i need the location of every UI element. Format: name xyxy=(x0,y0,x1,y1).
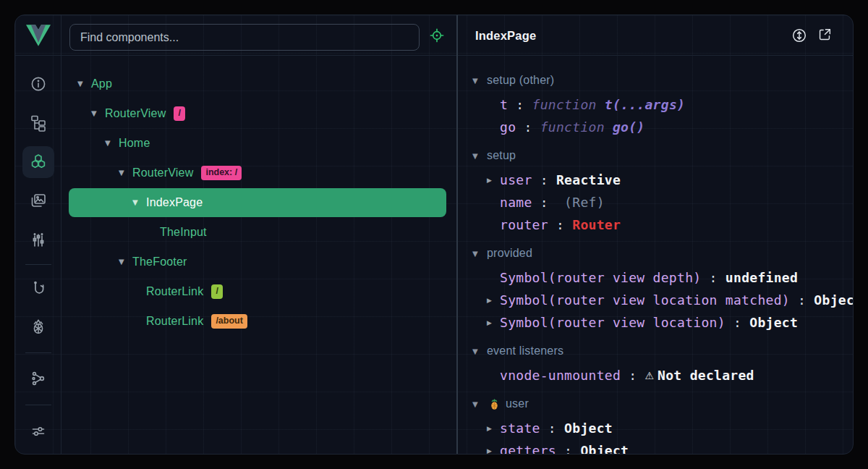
state-value: Object xyxy=(749,315,798,330)
vue-logo xyxy=(15,15,61,56)
route-badge: /about xyxy=(211,314,247,329)
caret-down-icon: ▼ xyxy=(472,400,487,408)
colon-separator: : xyxy=(726,315,749,330)
inspector-section: ▼event listenersvnode-unmounted : ⚠ Not … xyxy=(458,338,853,386)
section-header[interactable]: ▼provided xyxy=(458,240,853,266)
caret-down-icon[interactable]: ▼ xyxy=(119,159,132,187)
caret-down-icon[interactable]: ▼ xyxy=(77,69,91,98)
sidebar-tab-graph[interactable] xyxy=(22,363,54,394)
caret-right-icon[interactable]: ▶ xyxy=(487,177,500,184)
pinia-store-icon xyxy=(488,398,503,410)
state-key: name xyxy=(500,195,532,210)
info-icon xyxy=(30,75,47,93)
state-value: function xyxy=(532,97,605,112)
sidebar-tab-pages[interactable] xyxy=(22,107,54,139)
inspect-dom-button[interactable] xyxy=(429,28,445,43)
colon-separator: : xyxy=(516,119,540,135)
caret-right-icon[interactable]: ▶ xyxy=(487,425,500,432)
state-value: go() xyxy=(613,119,645,135)
caret-down-icon[interactable]: ▼ xyxy=(119,248,132,276)
state-row[interactable]: vnode-unmounted : ⚠ Not declared xyxy=(458,364,853,386)
tree-row[interactable]: RouterLink/ xyxy=(69,277,446,306)
colon-separator: : xyxy=(548,217,572,232)
sidebar-tab-pinia[interactable] xyxy=(22,310,54,342)
state-row[interactable]: ▶getters : Object xyxy=(458,439,853,454)
search-input[interactable] xyxy=(69,24,420,51)
state-key: getters xyxy=(500,443,556,454)
sidebar-tab-overview[interactable] xyxy=(22,68,54,100)
settings-sliders-icon xyxy=(30,423,47,440)
tree-indent xyxy=(69,321,132,322)
section-title: provided xyxy=(487,247,532,260)
state-row[interactable]: ▶user : Reactive xyxy=(458,169,853,191)
components-hexagons-icon xyxy=(30,153,47,171)
target-crosshair-icon xyxy=(429,28,445,43)
state-value: function xyxy=(540,119,613,135)
tree-row[interactable]: ▼RouterView/ xyxy=(69,99,446,128)
sidebar-divider xyxy=(25,352,51,353)
tree-row[interactable]: RouterLink/about xyxy=(69,307,446,336)
tree-row[interactable]: ▼TheFooter xyxy=(69,248,446,276)
inspector-sections: ▼setup (other)t : function t(...args)go … xyxy=(458,56,853,454)
component-name: RouterView xyxy=(105,99,166,128)
section-title: setup xyxy=(487,149,516,162)
open-in-editor-button[interactable] xyxy=(817,27,834,44)
sidebar-divider xyxy=(25,264,51,265)
router-hook-icon xyxy=(30,280,47,297)
tree-row[interactable]: ▼RouterViewindex: / xyxy=(69,159,446,187)
tree-indent xyxy=(69,114,91,114)
section-header[interactable]: ▼user xyxy=(458,391,853,417)
scroll-to-icon xyxy=(791,27,808,44)
warning-icon: ⚠ xyxy=(644,370,658,381)
component-name: App xyxy=(91,69,112,98)
sidebar-tab-timeline[interactable] xyxy=(22,224,54,256)
caret-right-icon[interactable]: ▶ xyxy=(487,297,500,304)
colon-separator: : xyxy=(556,443,580,454)
state-key: vnode-unmounted xyxy=(500,368,621,383)
section-header[interactable]: ▼event listeners xyxy=(458,338,853,364)
state-row[interactable]: go : function go() xyxy=(458,116,853,138)
inspector-toolbar: IndexPage xyxy=(458,15,853,56)
tree-row[interactable]: TheInput xyxy=(69,218,446,247)
tree-toolbar xyxy=(61,15,456,56)
caret-right-icon[interactable]: ▶ xyxy=(487,319,500,326)
section-header[interactable]: ▼setup xyxy=(458,143,853,169)
scroll-to-component-button[interactable] xyxy=(791,27,808,44)
pinia-pineapple-icon xyxy=(30,318,47,335)
state-key: Symbol(router view location) xyxy=(500,315,726,330)
component-tree: ▼App▼RouterView/▼Home▼RouterViewindex: /… xyxy=(61,56,456,454)
sidebar-tab-assets[interactable] xyxy=(22,185,54,217)
state-row[interactable]: ▶Symbol(router view location) : Object xyxy=(458,311,853,334)
state-row[interactable]: ▶state : Object xyxy=(458,417,853,439)
sidebar-tab-components[interactable] xyxy=(22,146,54,178)
section-header[interactable]: ▼setup (other) xyxy=(458,67,853,93)
state-value: Reactive xyxy=(556,172,621,187)
state-value: Object xyxy=(580,443,629,454)
inspector-panel: IndexPage ▼setup (other)t : function t(.… xyxy=(458,15,853,454)
tree-indent xyxy=(69,232,146,233)
state-row[interactable]: name : (Ref) xyxy=(458,191,853,214)
sidebar-tab-router[interactable] xyxy=(22,273,54,305)
caret-down-icon[interactable]: ▼ xyxy=(91,99,105,128)
tree-row[interactable]: ▼IndexPage xyxy=(69,188,446,217)
sidebar-tab-settings[interactable] xyxy=(22,415,54,447)
state-key: t xyxy=(500,97,508,112)
tree-row[interactable]: ▼App xyxy=(69,69,446,98)
state-row[interactable]: ▶Symbol(router view location matched) : … xyxy=(458,289,853,311)
state-key: router xyxy=(500,217,548,232)
component-name: Home xyxy=(119,129,150,158)
tree-row[interactable]: ▼Home xyxy=(69,129,446,158)
route-badge: index: / xyxy=(201,166,242,180)
tree-indent xyxy=(69,84,77,85)
state-row[interactable]: t : function t(...args) xyxy=(458,93,853,116)
caret-down-icon[interactable]: ▼ xyxy=(132,188,146,217)
state-row[interactable]: router : Router xyxy=(458,214,853,236)
state-value: Router xyxy=(572,217,621,232)
caret-right-icon[interactable]: ▶ xyxy=(487,447,500,455)
caret-down-icon[interactable]: ▼ xyxy=(105,129,119,158)
caret-down-icon: ▼ xyxy=(472,77,487,85)
state-row[interactable]: Symbol(router view depth) : undefined xyxy=(458,266,853,289)
component-name: RouterLink xyxy=(146,277,203,306)
state-key: state xyxy=(500,421,540,436)
colon-separator: : xyxy=(508,97,532,112)
